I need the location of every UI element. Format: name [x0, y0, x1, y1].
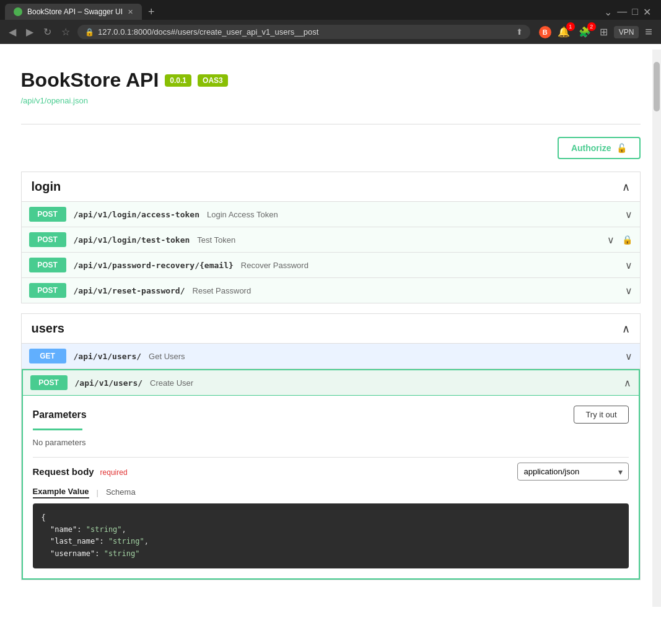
bookmark-button[interactable]: ☆ — [59, 25, 72, 39]
endpoint-chevron: ∨ — [607, 234, 615, 246]
endpoint-path: /api/v1/password-recovery/{email} — [74, 261, 234, 270]
vpn-button[interactable]: VPN — [614, 26, 639, 38]
new-tab-button[interactable]: + — [144, 6, 159, 19]
divider — [33, 457, 629, 458]
endpoint-desc: Test Token — [197, 235, 235, 245]
try-it-out-button[interactable]: Try it out — [574, 406, 628, 424]
window-minimize-button[interactable]: — — [617, 6, 627, 17]
code-brace-open: { — [42, 513, 46, 522]
parameters-title: Parameters — [33, 409, 87, 420]
brave-shield-icon[interactable]: B — [539, 26, 551, 38]
code-last-name-key: "last_name": "string", — [42, 537, 149, 546]
endpoint-login-test-token[interactable]: POST /api/v1/login/test-token Test Token… — [22, 227, 640, 253]
users-section-title: users — [32, 321, 64, 336]
oas-badge: OAS3 — [198, 74, 228, 87]
ext-badge: 2 — [587, 22, 596, 31]
params-underline — [33, 429, 82, 430]
endpoint-chevron: ∨ — [625, 209, 633, 220]
expanded-endpoint-content: Parameters Try it out No parameters Requ… — [23, 396, 639, 578]
browser-chrome: BookStore API – Swagger UI ✕ + ⌄ — □ ✕ ◀… — [0, 0, 661, 44]
method-badge-post: POST — [29, 207, 66, 222]
method-badge-post: POST — [29, 258, 66, 272]
authorize-label: Authorize — [571, 143, 611, 153]
endpoint-path: /api/v1/login/access-token — [74, 210, 200, 219]
endpoint-desc: Login Access Token — [207, 210, 278, 219]
endpoint-create-user[interactable]: POST /api/v1/users/ Create User ∧ — [23, 370, 639, 396]
endpoint-lock-icon: 🔒 — [622, 235, 633, 245]
notification-icon[interactable]: 🔔 1 — [555, 25, 572, 39]
login-section-chevron: ∧ — [622, 180, 630, 194]
method-badge-post: POST — [29, 283, 66, 298]
endpoint-path: /api/v1/users/ — [74, 352, 142, 361]
refresh-button[interactable]: ↻ — [41, 25, 54, 39]
method-badge-get: GET — [29, 349, 66, 363]
endpoint-reset-password[interactable]: POST /api/v1/reset-password/ Reset Passw… — [22, 278, 640, 303]
users-section-header[interactable]: users ∧ — [22, 314, 640, 344]
api-title: BookStore API — [21, 69, 159, 92]
swagger-header: BookStore API 0.0.1 OAS3 /api/v1/openai.… — [21, 56, 641, 124]
endpoint-path: /api/v1/login/test-token — [74, 235, 190, 245]
address-input[interactable] — [98, 27, 512, 37]
login-section-header[interactable]: login ∧ — [22, 172, 640, 202]
scrollbar-thumb[interactable] — [654, 62, 660, 111]
authorize-button[interactable]: Authorize 🔓 — [558, 137, 641, 159]
endpoint-chevron-up: ∧ — [624, 377, 631, 389]
endpoint-desc: Create User — [150, 378, 193, 388]
active-tab[interactable]: BookStore API – Swagger UI ✕ — [5, 4, 142, 20]
code-name-key: "name": "string", — [42, 525, 126, 534]
parameters-header: Parameters Try it out — [33, 406, 629, 424]
endpoint-path: /api/v1/users/ — [75, 378, 143, 388]
method-badge-post: POST — [30, 375, 68, 390]
code-block: { "name": "string", "last_name": "string… — [33, 503, 629, 568]
endpoint-chevron: ∨ — [625, 259, 633, 271]
share-icon[interactable]: ⬆ — [516, 27, 523, 37]
content-type-selector[interactable]: application/json — [517, 463, 629, 481]
endpoint-login-access-token[interactable]: POST /api/v1/login/access-token Login Ac… — [22, 202, 640, 227]
endpoint-get-users[interactable]: GET /api/v1/users/ Get Users ∨ — [22, 344, 640, 369]
browser-nav-icons: B 🔔 1 🧩 2 ⊞ VPN ≡ — [539, 24, 655, 40]
forward-button[interactable]: ▶ — [24, 25, 36, 39]
tab-bar: BookStore API – Swagger UI ✕ + ⌄ — □ ✕ — [0, 0, 661, 20]
login-section-title: login — [32, 180, 61, 194]
no-params-text: No parameters — [33, 438, 629, 447]
example-tabs: Example Value | Schema — [33, 487, 629, 498]
swagger-ui: BookStore API 0.0.1 OAS3 /api/v1/openai.… — [9, 44, 653, 603]
window-maximize-button[interactable]: □ — [632, 6, 638, 17]
required-badge: required — [100, 468, 128, 477]
endpoint-desc: Recover Password — [241, 261, 309, 270]
schema-tab[interactable]: Schema — [106, 487, 136, 498]
tab-favicon — [14, 7, 22, 16]
nav-bar: ◀ ▶ ↻ ☆ 🔒 ⬆ B 🔔 1 🧩 2 ⊞ VPN ≡ — [0, 20, 661, 44]
request-body-label-group: Request body required — [33, 466, 128, 477]
endpoint-path: /api/v1/reset-password/ — [74, 286, 185, 295]
endpoint-chevron: ∨ — [625, 285, 633, 297]
endpoint-desc: Reset Password — [193, 286, 252, 295]
users-section-chevron: ∧ — [622, 322, 630, 336]
menu-button[interactable]: ≡ — [642, 24, 655, 40]
content-type-select[interactable]: application/json — [517, 463, 629, 481]
endpoint-chevron: ∨ — [625, 350, 633, 362]
version-badge: 0.0.1 — [165, 74, 191, 87]
window-arrows-icon[interactable]: ⌄ — [604, 6, 612, 18]
authorize-row: Authorize 🔓 — [21, 124, 641, 172]
notif-badge: 1 — [566, 22, 575, 31]
login-section: login ∧ POST /api/v1/login/access-token … — [21, 172, 641, 303]
users-section: users ∧ GET /api/v1/users/ Get Users ∨ P… — [21, 313, 641, 580]
scrollbar-track[interactable] — [652, 50, 661, 603]
page-content: BookStore API 0.0.1 OAS3 /api/v1/openai.… — [0, 44, 661, 603]
endpoint-create-user-container: POST /api/v1/users/ Create User ∧ Parame… — [22, 369, 640, 580]
request-body-row: Request body required application/json — [33, 463, 629, 481]
tab-close-button[interactable]: ✕ — [128, 8, 133, 16]
ssl-lock-icon: 🔒 — [85, 28, 94, 37]
request-body-label: Request body — [33, 466, 94, 477]
window-close-button[interactable]: ✕ — [643, 6, 651, 18]
back-button[interactable]: ◀ — [6, 25, 19, 39]
method-badge-post: POST — [29, 232, 66, 247]
api-link[interactable]: /api/v1/openai.json — [21, 96, 88, 105]
lock-icon: 🔓 — [616, 143, 627, 153]
endpoint-password-recovery[interactable]: POST /api/v1/password-recovery/{email} R… — [22, 253, 640, 278]
extensions-icon[interactable]: 🧩 2 — [576, 25, 593, 39]
sidebar-toggle-icon[interactable]: ⊞ — [597, 25, 610, 39]
example-value-tab[interactable]: Example Value — [33, 487, 89, 498]
tab-title: BookStore API – Swagger UI — [27, 7, 123, 16]
